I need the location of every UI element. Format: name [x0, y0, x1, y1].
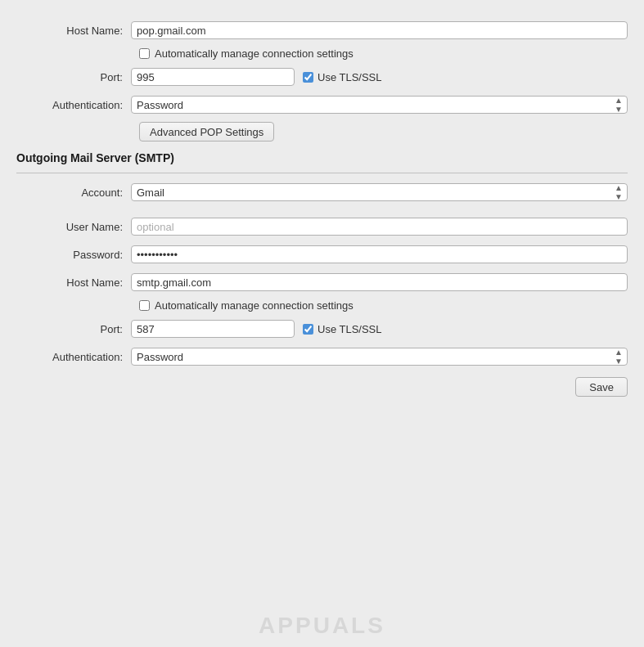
outgoing-auto-manage-row: Automatically manage connection settings: [16, 299, 628, 312]
outgoing-account-label: Account:: [16, 186, 131, 199]
incoming-auth-select[interactable]: Password MD5 Challenge-Response NTLM Ker…: [131, 96, 628, 114]
outgoing-tls-checkbox[interactable]: [303, 324, 313, 335]
outgoing-account-select-wrapper: Gmail None ▲ ▼: [131, 183, 628, 201]
outgoing-tls-label: Use TLS/SSL: [317, 323, 382, 335]
advanced-pop-settings-button[interactable]: Advanced POP Settings: [139, 122, 274, 142]
outgoing-auth-select[interactable]: Password MD5 Challenge-Response NTLM Ker…: [131, 348, 628, 366]
incoming-host-row: Host Name:: [16, 20, 628, 41]
incoming-section: Host Name: Automatically manage connecti…: [16, 20, 628, 142]
incoming-auth-select-wrapper: Password MD5 Challenge-Response NTLM Ker…: [131, 96, 628, 114]
outgoing-account-row: Account: Gmail None ▲ ▼: [16, 182, 628, 203]
incoming-auth-label: Authentication:: [16, 99, 131, 111]
incoming-port-label: Port:: [16, 71, 131, 83]
outgoing-tls-group: Use TLS/SSL: [303, 323, 382, 335]
incoming-auto-manage-label: Automatically manage connection settings: [155, 47, 354, 60]
outgoing-username-row: User Name:: [16, 216, 628, 237]
dialog-container: Host Name: Automatically manage connecti…: [0, 0, 644, 647]
outgoing-section-header: Outgoing Mail Server (SMTP): [16, 151, 628, 164]
outgoing-username-label: User Name:: [16, 221, 131, 233]
incoming-host-label: Host Name:: [16, 25, 131, 37]
incoming-auto-manage-row: Automatically manage connection settings: [16, 47, 628, 60]
incoming-auto-manage-checkbox[interactable]: [139, 48, 150, 59]
outgoing-auth-select-wrapper: Password MD5 Challenge-Response NTLM Ker…: [131, 348, 628, 366]
outgoing-auto-manage-checkbox[interactable]: [139, 300, 150, 311]
outgoing-port-row: Port: Use TLS/SSL: [16, 318, 628, 339]
outgoing-username-input[interactable]: [131, 218, 628, 236]
outgoing-account-select[interactable]: Gmail None: [131, 183, 628, 201]
outgoing-password-row: Password:: [16, 244, 628, 265]
incoming-tls-label: Use TLS/SSL: [317, 71, 382, 83]
outgoing-auth-row: Authentication: Password MD5 Challenge-R…: [16, 346, 628, 367]
incoming-port-row: Port: Use TLS/SSL: [16, 66, 628, 88]
section-divider: [16, 173, 628, 173]
incoming-tls-checkbox[interactable]: [303, 72, 313, 83]
save-button[interactable]: Save: [575, 377, 628, 397]
watermark: APPUALS: [259, 613, 385, 639]
outgoing-password-input[interactable]: [131, 245, 628, 263]
outgoing-host-row: Host Name:: [16, 272, 628, 293]
incoming-tls-group: Use TLS/SSL: [303, 71, 382, 83]
outgoing-password-label: Password:: [16, 249, 131, 261]
outgoing-host-label: Host Name:: [16, 276, 131, 289]
outgoing-section: Account: Gmail None ▲ ▼ User Name: Passw…: [16, 182, 628, 367]
incoming-auth-row: Authentication: Password MD5 Challenge-R…: [16, 94, 628, 115]
incoming-host-input[interactable]: [131, 21, 628, 39]
adv-button-row: Advanced POP Settings: [16, 122, 628, 142]
outgoing-auto-manage-label: Automatically manage connection settings: [155, 299, 354, 312]
incoming-port-input[interactable]: [131, 68, 295, 86]
outgoing-host-input[interactable]: [131, 273, 628, 291]
outgoing-port-input[interactable]: [131, 320, 295, 338]
outgoing-port-label: Port:: [16, 323, 131, 335]
outgoing-auth-label: Authentication:: [16, 351, 131, 363]
save-row: Save: [16, 377, 628, 397]
